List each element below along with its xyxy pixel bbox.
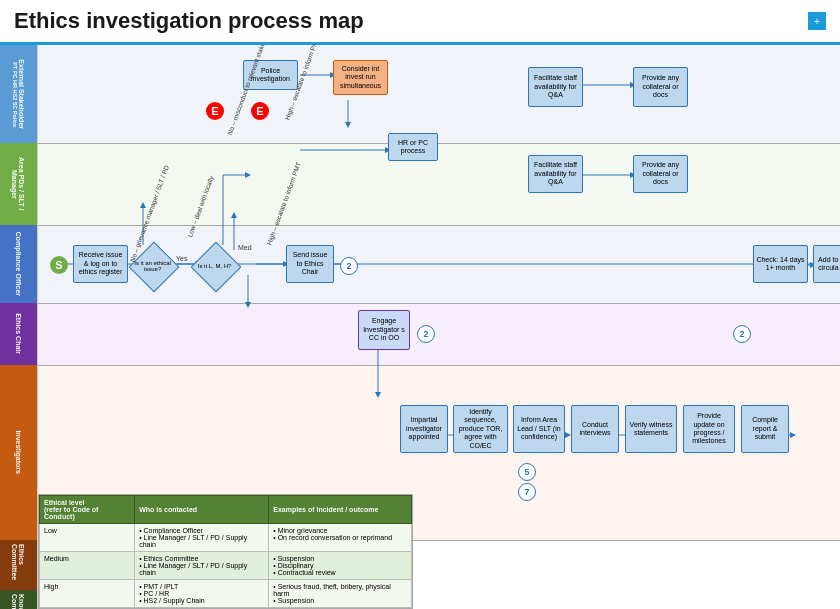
- stripe-ext: [38, 45, 840, 143]
- hr-or-pc-box: HR or PC process: [388, 133, 438, 161]
- facilitate-ext-box: Facilitate staff availability for Q&A: [528, 67, 583, 107]
- compile-report-box: Compile report & submit: [741, 405, 789, 453]
- contacts-low: • Compliance Officer • Line Manager / SL…: [135, 524, 269, 552]
- div1: [38, 143, 840, 144]
- main-content: External Stakeholder PT PC HR HS2 SC Pol…: [0, 45, 840, 609]
- diagram-area: Police investigation Consider int invest…: [38, 45, 840, 609]
- examples-high: • Serious fraud, theft, bribery, physica…: [269, 580, 412, 608]
- incident-table: Ethical level(refer to Code of Conduct) …: [39, 495, 412, 608]
- table-row-medium: Medium • Ethics Committee • Line Manager…: [40, 552, 412, 580]
- level-high: High: [40, 580, 135, 608]
- check-14days-box: Check: 14 days 1+ month: [753, 245, 808, 283]
- send-to-chair-box: Send issue to Ethics Chair: [286, 245, 334, 283]
- examples-medium: • Suspension • Disciplinary • Contractua…: [269, 552, 412, 580]
- consider-int-box: Consider int invest run simultaneous: [333, 60, 388, 95]
- conduct-interviews-box: Conduct interviews: [571, 405, 619, 453]
- row-label-compliance: Compliance Officer: [0, 225, 37, 303]
- inform-area-lead-box: Inform Area Lead / SLT (in confidence): [513, 405, 565, 453]
- provide-update-box: Provide update on progress / milestones: [683, 405, 735, 453]
- col-header-examples: Examples of Incident / outcome: [269, 496, 412, 524]
- engage-investigator-box: Engage Investigator s CC in OO: [358, 310, 410, 350]
- contacts-high: • PMT / IPLT • PC / HR • HS2 / Supply Ch…: [135, 580, 269, 608]
- receive-issue-box: Receive issue & log on to ethics registe…: [73, 245, 128, 283]
- verify-witness-box: Verify witness statements: [625, 405, 677, 453]
- row-label-ethics-chair: Ethics Chair: [0, 303, 37, 365]
- examples-low: • Minor grievance • On record conversati…: [269, 524, 412, 552]
- level-medium: Medium: [40, 552, 135, 580]
- facilitate-area-box: Facilitate staff availability for Q&A: [528, 155, 583, 193]
- circle-2-chair: 2: [417, 325, 435, 343]
- e-circle-1: E: [206, 102, 224, 120]
- start-circle: S: [50, 256, 68, 274]
- row-labels: External Stakeholder PT PC HR HS2 SC Pol…: [0, 45, 38, 609]
- yes-label: Yes: [176, 255, 187, 262]
- col-header-contacts: Who is contacted: [135, 496, 269, 524]
- div4: [38, 365, 840, 366]
- corner-button[interactable]: +: [808, 12, 826, 30]
- row-label-knowledge: Knowledge / Comms: [0, 590, 37, 609]
- div2: [38, 225, 840, 226]
- e-circle-2: E: [251, 102, 269, 120]
- contacts-medium: • Ethics Committee • Line Manager / SLT …: [135, 552, 269, 580]
- circle-2-compliance: 2: [340, 257, 358, 275]
- page-title: Ethics investigation process map: [14, 8, 364, 34]
- div3: [38, 303, 840, 304]
- title-bar: Ethics investigation process map +: [0, 0, 840, 45]
- med-label: Med: [238, 244, 252, 251]
- page: Ethics investigation process map + Exter…: [0, 0, 840, 609]
- row-label-ethics-committee: Ethics Committee: [0, 540, 37, 590]
- table-row-high: High • PMT / IPLT • PC / HR • HS2 / Supp…: [40, 580, 412, 608]
- identify-sequence-box: Identify sequence, produce TOR, agree wi…: [453, 405, 508, 453]
- stripe-chair: [38, 303, 840, 365]
- circle-2-right: 2: [733, 325, 751, 343]
- bottom-table: Ethical level(refer to Code of Conduct) …: [38, 494, 413, 609]
- provide-collateral-ext-box: Provide any collateral or docs: [633, 67, 688, 107]
- row-label-investigators: Investigators: [0, 365, 37, 540]
- row-label-ext-stakeholder: External Stakeholder PT PC HR HS2 SC Pol…: [0, 45, 37, 143]
- add-agenda-box: Add to agen circula adva: [813, 245, 840, 283]
- table-row-low: Low • Compliance Officer • Line Manager …: [40, 524, 412, 552]
- circle-7: 7: [518, 483, 536, 501]
- col-header-level: Ethical level(refer to Code of Conduct): [40, 496, 135, 524]
- provide-collateral-area-box: Provide any collateral or docs: [633, 155, 688, 193]
- level-low: Low: [40, 524, 135, 552]
- row-label-area-pds: Area PDs / SLT / Manager: [0, 143, 37, 225]
- impartial-investigator-box: Impartial investigator appointed: [400, 405, 448, 453]
- circle-5: 5: [518, 463, 536, 481]
